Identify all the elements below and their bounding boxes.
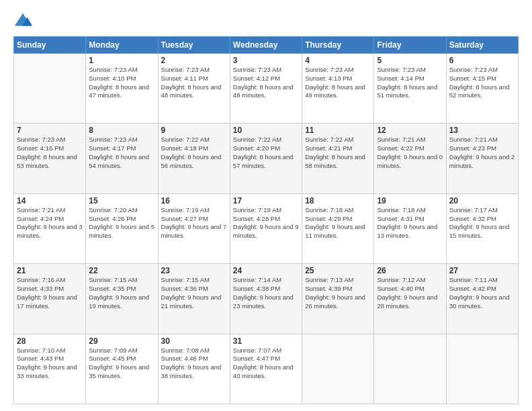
calendar-cell: 17Sunrise: 7:19 AM Sunset: 4:28 PM Dayli… bbox=[230, 193, 302, 263]
calendar-cell: 13Sunrise: 7:21 AM Sunset: 4:23 PM Dayli… bbox=[446, 124, 518, 193]
calendar-cell: 26Sunrise: 7:12 AM Sunset: 4:40 PM Dayli… bbox=[374, 264, 446, 334]
calendar-table: SundayMondayTuesdayWednesdayThursdayFrid… bbox=[13, 36, 519, 404]
day-info: Sunrise: 7:19 AM Sunset: 4:28 PM Dayligh… bbox=[233, 206, 299, 240]
calendar-header-row: SundayMondayTuesdayWednesdayThursdayFrid… bbox=[14, 37, 519, 54]
day-number: 2 bbox=[161, 56, 227, 65]
calendar-cell: 9Sunrise: 7:22 AM Sunset: 4:18 PM Daylig… bbox=[158, 124, 230, 193]
day-number: 17 bbox=[233, 196, 299, 205]
day-number: 10 bbox=[233, 126, 299, 135]
calendar-cell: 28Sunrise: 7:10 AM Sunset: 4:43 PM Dayli… bbox=[14, 334, 86, 404]
day-info: Sunrise: 7:23 AM Sunset: 4:11 PM Dayligh… bbox=[161, 66, 227, 100]
weekday-header-tuesday: Tuesday bbox=[158, 37, 230, 54]
calendar-cell: 16Sunrise: 7:19 AM Sunset: 4:27 PM Dayli… bbox=[158, 193, 230, 263]
day-number: 23 bbox=[161, 266, 227, 275]
day-number: 6 bbox=[449, 56, 515, 65]
day-number: 29 bbox=[89, 336, 154, 346]
day-number: 5 bbox=[377, 56, 443, 65]
calendar-cell: 20Sunrise: 7:17 AM Sunset: 4:32 PM Dayli… bbox=[446, 193, 518, 263]
calendar-cell: 3Sunrise: 7:23 AM Sunset: 4:12 PM Daylig… bbox=[230, 54, 302, 124]
calendar-week-row: 21Sunrise: 7:16 AM Sunset: 4:33 PM Dayli… bbox=[14, 264, 519, 334]
calendar-cell: 11Sunrise: 7:22 AM Sunset: 4:21 PM Dayli… bbox=[302, 124, 374, 193]
weekday-header-saturday: Saturday bbox=[446, 37, 518, 54]
calendar-week-row: 1Sunrise: 7:23 AM Sunset: 4:10 PM Daylig… bbox=[14, 54, 519, 124]
day-number: 24 bbox=[233, 266, 299, 275]
day-number: 11 bbox=[305, 126, 371, 135]
day-info: Sunrise: 7:23 AM Sunset: 4:12 PM Dayligh… bbox=[233, 66, 299, 100]
day-number: 14 bbox=[17, 196, 83, 205]
calendar-cell: 1Sunrise: 7:23 AM Sunset: 4:10 PM Daylig… bbox=[86, 54, 158, 124]
day-info: Sunrise: 7:14 AM Sunset: 4:38 PM Dayligh… bbox=[233, 276, 299, 310]
day-info: Sunrise: 7:22 AM Sunset: 4:21 PM Dayligh… bbox=[305, 136, 371, 170]
calendar-cell: 14Sunrise: 7:21 AM Sunset: 4:24 PM Dayli… bbox=[14, 193, 86, 263]
calendar-cell bbox=[446, 334, 518, 404]
day-number: 1 bbox=[89, 56, 154, 65]
day-number: 12 bbox=[377, 126, 443, 135]
calendar-cell: 24Sunrise: 7:14 AM Sunset: 4:38 PM Dayli… bbox=[230, 264, 302, 334]
calendar-cell: 27Sunrise: 7:11 AM Sunset: 4:42 PM Dayli… bbox=[446, 264, 518, 334]
day-info: Sunrise: 7:23 AM Sunset: 4:14 PM Dayligh… bbox=[377, 66, 443, 100]
weekday-header-thursday: Thursday bbox=[302, 37, 374, 54]
day-number: 18 bbox=[305, 196, 371, 205]
weekday-header-wednesday: Wednesday bbox=[230, 37, 302, 54]
day-number: 20 bbox=[449, 196, 515, 205]
day-info: Sunrise: 7:11 AM Sunset: 4:42 PM Dayligh… bbox=[449, 276, 515, 310]
calendar-cell: 2Sunrise: 7:23 AM Sunset: 4:11 PM Daylig… bbox=[158, 54, 230, 124]
calendar-week-row: 14Sunrise: 7:21 AM Sunset: 4:24 PM Dayli… bbox=[14, 193, 519, 263]
calendar-cell: 19Sunrise: 7:18 AM Sunset: 4:31 PM Dayli… bbox=[374, 193, 446, 263]
logo-icon bbox=[13, 12, 32, 31]
day-number: 3 bbox=[233, 56, 299, 65]
calendar-cell: 4Sunrise: 7:23 AM Sunset: 4:13 PM Daylig… bbox=[302, 54, 374, 124]
calendar-cell: 30Sunrise: 7:08 AM Sunset: 4:46 PM Dayli… bbox=[158, 334, 230, 404]
day-number: 22 bbox=[89, 266, 154, 275]
day-info: Sunrise: 7:15 AM Sunset: 4:35 PM Dayligh… bbox=[89, 276, 154, 310]
calendar-cell: 6Sunrise: 7:23 AM Sunset: 4:15 PM Daylig… bbox=[446, 54, 518, 124]
day-info: Sunrise: 7:23 AM Sunset: 4:10 PM Dayligh… bbox=[89, 66, 154, 100]
calendar-cell: 15Sunrise: 7:20 AM Sunset: 4:26 PM Dayli… bbox=[86, 193, 158, 263]
calendar-week-row: 7Sunrise: 7:23 AM Sunset: 4:16 PM Daylig… bbox=[14, 124, 519, 193]
day-info: Sunrise: 7:23 AM Sunset: 4:16 PM Dayligh… bbox=[17, 136, 83, 170]
header bbox=[13, 12, 519, 31]
day-number: 8 bbox=[89, 126, 154, 135]
page: SundayMondayTuesdayWednesdayThursdayFrid… bbox=[0, 0, 532, 411]
day-number: 7 bbox=[17, 126, 83, 135]
day-info: Sunrise: 7:21 AM Sunset: 4:24 PM Dayligh… bbox=[17, 206, 83, 240]
day-info: Sunrise: 7:10 AM Sunset: 4:43 PM Dayligh… bbox=[17, 347, 83, 381]
calendar-cell bbox=[374, 334, 446, 404]
day-number: 9 bbox=[161, 126, 227, 135]
calendar-cell: 21Sunrise: 7:16 AM Sunset: 4:33 PM Dayli… bbox=[14, 264, 86, 334]
day-info: Sunrise: 7:13 AM Sunset: 4:39 PM Dayligh… bbox=[305, 276, 371, 310]
calendar-cell: 18Sunrise: 7:18 AM Sunset: 4:29 PM Dayli… bbox=[302, 193, 374, 263]
day-number: 31 bbox=[233, 336, 299, 346]
calendar-cell: 29Sunrise: 7:09 AM Sunset: 4:45 PM Dayli… bbox=[86, 334, 158, 404]
day-info: Sunrise: 7:22 AM Sunset: 4:20 PM Dayligh… bbox=[233, 136, 299, 170]
day-info: Sunrise: 7:17 AM Sunset: 4:32 PM Dayligh… bbox=[449, 206, 515, 240]
day-number: 13 bbox=[449, 126, 515, 135]
day-number: 19 bbox=[377, 196, 443, 205]
calendar-cell: 31Sunrise: 7:07 AM Sunset: 4:47 PM Dayli… bbox=[230, 334, 302, 404]
calendar-cell bbox=[14, 54, 86, 124]
weekday-header-monday: Monday bbox=[86, 37, 158, 54]
day-info: Sunrise: 7:12 AM Sunset: 4:40 PM Dayligh… bbox=[377, 276, 443, 310]
calendar-cell: 8Sunrise: 7:23 AM Sunset: 4:17 PM Daylig… bbox=[86, 124, 158, 193]
calendar-cell: 7Sunrise: 7:23 AM Sunset: 4:16 PM Daylig… bbox=[14, 124, 86, 193]
day-number: 21 bbox=[17, 266, 83, 275]
day-info: Sunrise: 7:23 AM Sunset: 4:17 PM Dayligh… bbox=[89, 136, 154, 170]
day-number: 15 bbox=[89, 196, 154, 205]
calendar-cell: 12Sunrise: 7:21 AM Sunset: 4:22 PM Dayli… bbox=[374, 124, 446, 193]
day-info: Sunrise: 7:18 AM Sunset: 4:29 PM Dayligh… bbox=[305, 206, 371, 240]
day-info: Sunrise: 7:19 AM Sunset: 4:27 PM Dayligh… bbox=[161, 206, 227, 240]
day-info: Sunrise: 7:22 AM Sunset: 4:18 PM Dayligh… bbox=[161, 136, 227, 170]
calendar-cell bbox=[302, 334, 374, 404]
calendar-cell: 22Sunrise: 7:15 AM Sunset: 4:35 PM Dayli… bbox=[86, 264, 158, 334]
day-info: Sunrise: 7:08 AM Sunset: 4:46 PM Dayligh… bbox=[161, 347, 227, 381]
weekday-header-friday: Friday bbox=[374, 37, 446, 54]
day-number: 25 bbox=[305, 266, 371, 275]
day-number: 27 bbox=[449, 266, 515, 275]
logo bbox=[13, 12, 34, 31]
day-info: Sunrise: 7:23 AM Sunset: 4:13 PM Dayligh… bbox=[305, 66, 371, 100]
day-info: Sunrise: 7:23 AM Sunset: 4:15 PM Dayligh… bbox=[449, 66, 515, 100]
day-number: 4 bbox=[305, 56, 371, 65]
calendar-week-row: 28Sunrise: 7:10 AM Sunset: 4:43 PM Dayli… bbox=[14, 334, 519, 404]
calendar-cell: 25Sunrise: 7:13 AM Sunset: 4:39 PM Dayli… bbox=[302, 264, 374, 334]
day-info: Sunrise: 7:21 AM Sunset: 4:23 PM Dayligh… bbox=[449, 136, 515, 170]
